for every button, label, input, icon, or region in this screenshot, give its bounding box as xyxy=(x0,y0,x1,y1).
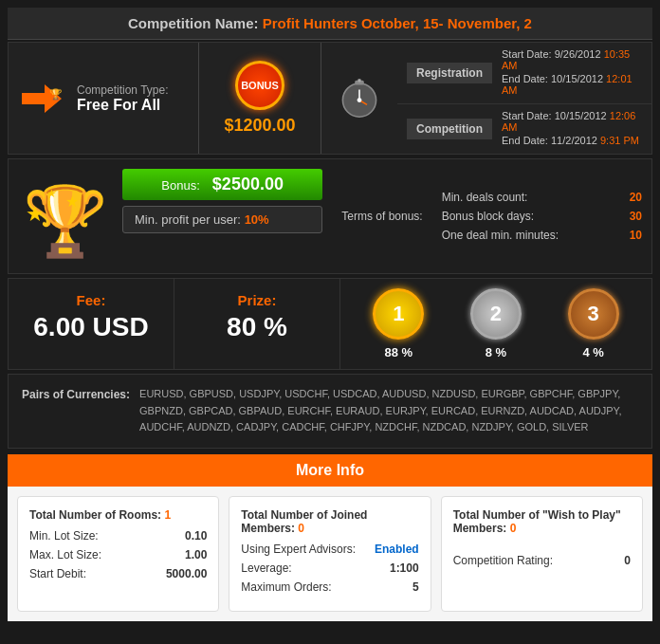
bonus-block: BONUS $1200.00 xyxy=(198,43,321,154)
info-card-rooms: Total Number of Rooms: 1 Min. Lot Size: … xyxy=(17,496,219,612)
medal-3: 3 4 % xyxy=(568,288,619,359)
min-deals-row: Min. deals count: 20 xyxy=(442,191,642,204)
fee-value: 6.00 USD xyxy=(18,312,164,342)
bonus-section: 🏆 ★ ★ ★ Bonus: $2500.00 Min. profit per … xyxy=(8,158,652,274)
one-deal-row: One deal min. minutes: 10 xyxy=(442,229,642,242)
prize-label: Prize: xyxy=(184,292,330,308)
medal-1: 1 88 % xyxy=(373,288,424,359)
min-lot-row: Min. Lot Size: 0.10 xyxy=(29,529,207,543)
medal-gold-icon: 1 xyxy=(373,288,424,340)
medal2-percent: 8 % xyxy=(486,345,506,359)
prize-value: 80 % xyxy=(184,312,330,342)
bonus-value: $2500.00 xyxy=(212,175,284,193)
more-info-title: More Info xyxy=(8,454,652,487)
svg-point-5 xyxy=(358,98,362,102)
info-card-members: Total Number of Joined Members: 0 Using … xyxy=(229,496,431,612)
card2-title: Total Number of Joined Members: 0 xyxy=(241,508,418,535)
fee-prize-section: Fee: 6.00 USD Prize: 80 % 1 88 % 2 8 % xyxy=(8,278,652,370)
bonus-badge: BONUS xyxy=(235,61,284,110)
pairs-section: Pairs of Currencies: EURUSD, GBPUSD, USD… xyxy=(8,374,652,449)
medals-block: 1 88 % 2 8 % 3 4 % xyxy=(340,279,651,369)
comp-start: Start Date: 10/15/2012 12:06 AM xyxy=(502,110,642,133)
max-lot-row: Max. Lot Size: 1.00 xyxy=(29,548,207,561)
more-info-cards: Total Number of Rooms: 1 Min. Lot Size: … xyxy=(8,487,652,621)
registration-dates: Start Date: 9/26/2012 10:35 AM End Date:… xyxy=(492,48,642,98)
header-bar: Competition Name: Profit Hunters October… xyxy=(8,8,652,40)
medal1-percent: 88 % xyxy=(385,345,413,359)
terms-label: Terms of bonus: xyxy=(332,169,431,264)
pairs-label: Pairs of Currencies: xyxy=(22,386,130,436)
medal-silver-icon: 2 xyxy=(470,288,522,340)
svg-rect-7 xyxy=(358,79,360,82)
registration-row: Registration Start Date: 9/26/2012 10:35… xyxy=(397,43,651,104)
top-section: 🏆 Competition Type: Free For All BONUS $… xyxy=(8,42,652,155)
card1-title: Total Number of Rooms: 1 xyxy=(29,508,207,522)
max-orders-row: Maximum Orders: 5 xyxy=(241,580,418,594)
comp-end: End Date: 11/2/2012 9:31 PM xyxy=(502,135,642,146)
fee-label: Fee: xyxy=(18,292,164,308)
competition-label: Competition xyxy=(407,119,492,139)
bonus-details: Bonus: $2500.00 Min. profit per user: 10… xyxy=(122,169,322,264)
trophy-icon: 🏆 ★ ★ ★ xyxy=(18,169,113,264)
fee-block: Fee: 6.00 USD xyxy=(9,279,174,369)
svg-text:🏆: 🏆 xyxy=(49,86,63,100)
clock-icon xyxy=(337,76,382,121)
bonus-amount: $1200.00 xyxy=(224,116,295,136)
svg-text:★: ★ xyxy=(26,202,45,226)
rating-row: Competition Rating: 0 xyxy=(453,554,631,567)
competition-row: Competition Start Date: 10/15/2012 12:06… xyxy=(397,104,651,154)
comp-type-text: Competition Type: Free For All xyxy=(77,83,169,114)
reg-end: End Date: 10/15/2012 12:01 AM xyxy=(502,73,642,96)
main-container: Competition Name: Profit Hunters October… xyxy=(0,0,660,629)
prize-block: Prize: 80 % xyxy=(174,279,340,369)
bonus-green-bar: Bonus: $2500.00 xyxy=(122,169,322,200)
competition-name-value: Profit Hunters October, 15- November, 2 xyxy=(263,15,532,31)
registration-label: Registration xyxy=(407,63,492,83)
reg-start: Start Date: 9/26/2012 10:35 AM xyxy=(502,48,642,71)
profit-value: 10% xyxy=(245,212,269,227)
competition-name-label: Competition Name: xyxy=(128,15,259,31)
leverage-row: Leverage: 1:100 xyxy=(241,561,418,575)
registration-block: Registration Start Date: 9/26/2012 10:35… xyxy=(397,43,651,154)
comp-type-value: Free For All xyxy=(77,97,169,114)
svg-text:★: ★ xyxy=(65,193,79,210)
competition-dates: Start Date: 10/15/2012 12:06 AM End Date… xyxy=(492,110,642,148)
more-info-section: More Info Total Number of Rooms: 1 Min. … xyxy=(8,454,652,621)
competition-type-icon: 🏆 xyxy=(22,76,67,121)
clock-block xyxy=(321,43,397,154)
pairs-value: EURUSD, GBPUSD, USDJPY, USDCHF, USDCAD, … xyxy=(139,386,638,436)
info-card-wish: Total Number of "Wish to Play" Members: … xyxy=(441,496,643,612)
medal-2: 2 8 % xyxy=(470,288,522,359)
bonus-terms: Min. deals count: 20 Bonus block days: 3… xyxy=(442,169,642,264)
medal-bronze-icon: 3 xyxy=(568,288,619,340)
medal3-percent: 4 % xyxy=(582,345,603,359)
start-debit-row: Start Debit: 5000.00 xyxy=(29,567,207,580)
comp-type-label: Competition Type: xyxy=(77,83,169,97)
block-days-row: Bonus block days: 30 xyxy=(442,210,642,223)
expert-row: Using Expert Advisors: Enabled xyxy=(241,543,418,556)
card3-title: Total Number of "Wish to Play" Members: … xyxy=(453,508,631,535)
comp-type-block: 🏆 Competition Type: Free For All xyxy=(9,43,198,154)
bonus-profit-bar: Min. profit per user: 10% xyxy=(122,206,322,233)
svg-text:★: ★ xyxy=(46,187,57,200)
